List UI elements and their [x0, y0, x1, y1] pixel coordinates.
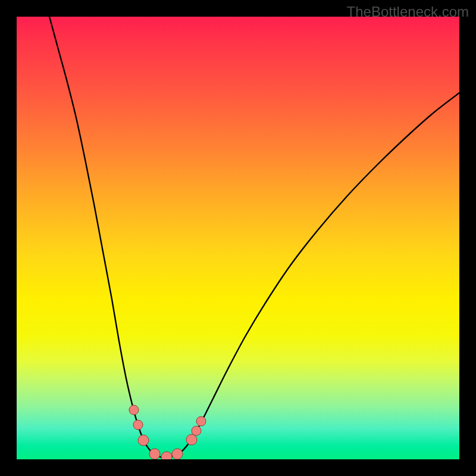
data-marker: [186, 434, 197, 445]
data-marker: [192, 426, 201, 436]
data-marker: [172, 449, 183, 459]
bottleneck-curve: [49, 17, 459, 458]
data-marker: [196, 416, 206, 426]
curve-layer: [17, 17, 459, 459]
data-marker: [133, 420, 143, 430]
plot-area: [17, 17, 459, 459]
chart-frame: TheBottleneck.com: [0, 0, 476, 476]
data-marker: [149, 449, 160, 459]
data-marker: [129, 405, 139, 415]
data-marker: [161, 452, 172, 459]
data-marker: [138, 435, 149, 446]
